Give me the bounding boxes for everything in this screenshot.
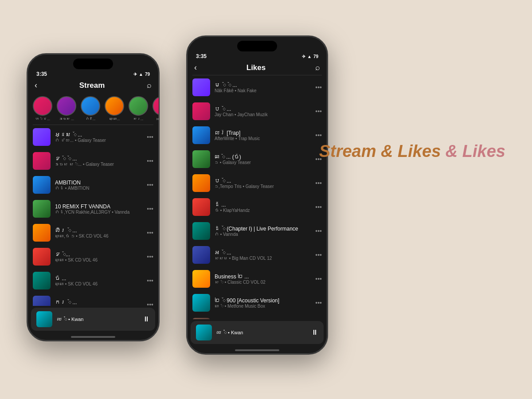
more-button[interactable]: ••• [147, 229, 153, 236]
song-info: ដំ ... ចំ • KlapYaHandz [215, 202, 311, 213]
song-item[interactable]: អ្នស ំ ... ពំ ជ័យ... • Galaxy Teaser ••• [27, 125, 159, 149]
song-thumbnail [192, 150, 210, 168]
home-indicator-left [71, 336, 115, 338]
likes-song-list: ម ំ ំ ... Nâk Fâkê • Nak Fake ••• ប ំ ..… [187, 75, 327, 319]
label-area: Stream & Likes & Likes [319, 142, 505, 161]
song-item[interactable]: ប ំ ... ១,Tempo Tris • Galaxy Teaser ••• [187, 171, 327, 195]
more-button[interactable]: ••• [315, 299, 322, 306]
pause-button[interactable]: ⏸ [143, 315, 150, 323]
more-button[interactable]: ••• [147, 301, 153, 306]
song-info: ចំ ... ណ្ណ • SK CD VOL 46 [55, 275, 142, 286]
song-thumbnail [192, 102, 210, 120]
song-item[interactable]: ណ ំ ... (ចំ) ១ • Galaxy Teaser ••• [187, 147, 327, 171]
song-title: ទ ំ ំ ... [55, 156, 142, 162]
more-button[interactable]: ••• [315, 108, 322, 115]
song-thumbnail [192, 246, 210, 264]
song-item[interactable]: Business ២ ... ស ំ • Classic CD VOL 02 •… [187, 267, 327, 291]
song-subtitle: ពំដំ,YCN Rakhie,ALL3RGY • Vannda [55, 210, 142, 215]
song-subtitle: ១ចេស ស ំ... • Galaxy Teaser [55, 162, 142, 167]
song-item[interactable]: 10 REMIX FT VANNDA ពំដំ,YCN Rakhie,ALL3R… [27, 197, 159, 221]
song-title: អ ំ ... [215, 250, 311, 256]
avatar-item[interactable]: ណ្ណ... [105, 96, 124, 121]
song-item[interactable]: ដ ំ (Chapter I) | Live Performance ពំ • … [187, 219, 327, 243]
more-button[interactable]: ••• [147, 205, 153, 212]
song-subtitle: ពំ ជ័យ... • Galaxy Teaser [55, 138, 142, 143]
song-info: ទ ំ... ណ្ណ • SK CD VOL 46 [55, 251, 142, 262]
song-subtitle: AfterWrite • Trap Music [215, 136, 311, 141]
song-item[interactable]: ... ... ••• [187, 315, 327, 319]
song-thumbnail [192, 294, 210, 312]
now-playing-bar-right[interactable]: ឈ ំ • Kwan ⏸ [191, 321, 324, 344]
song-item[interactable]: AMBITION ពំដំ • AMBITION ••• [27, 173, 159, 197]
song-info: ម ំ ំ ... Nâk Fâkê • Nak Fake [215, 82, 311, 93]
more-button[interactable]: ••• [147, 157, 153, 164]
avatar-label: ពំនិ... [86, 117, 96, 121]
more-button[interactable]: ••• [147, 253, 153, 260]
avatar-item[interactable]: ហ ំ ជ... [33, 96, 52, 121]
avatar-item[interactable]: ១ចេស ... [57, 96, 76, 121]
song-subtitle: ណ្ណ • SK CD VOL 46 [55, 282, 142, 286]
song-item[interactable]: ករ ំ ... ណ្ណ • SK CD VOL 46 ••• [27, 293, 159, 306]
song-item[interactable]: ប ំ ... Jay Chan • JayChan Muzik ••• [187, 99, 327, 123]
song-item[interactable]: ទ ំ ំ ... ១ចេស ស ំ... • Galaxy Teaser ••… [27, 149, 159, 173]
song-title: ២ ំ 900 [Acoustic Version] [215, 297, 311, 304]
song-thumbnail [33, 248, 51, 266]
song-title: ដ ំ (Chapter I) | Live Performance [215, 226, 311, 232]
song-title: អ្នស ំ ... [55, 132, 142, 138]
song-title: ករ ំ ... [55, 299, 142, 305]
song-info: AMBITION ពំដំ • AMBITION [55, 180, 142, 191]
song-item[interactable]: អ ំ ... សសម • Big Man CD VOL 12 ••• [187, 243, 327, 267]
song-item[interactable]: ទ ំ... ណ្ណ • SK CD VOL 46 ••• [27, 245, 159, 269]
now-playing-title: ឈ ំ • Kwan [216, 330, 307, 335]
now-playing-controls: ⏸ [311, 329, 318, 336]
more-button[interactable]: ••• [315, 84, 322, 91]
song-thumbnail [192, 270, 210, 288]
song-thumbnail [192, 198, 210, 216]
more-button[interactable]: ••• [147, 133, 153, 141]
phone-left: 3:35 ✈ ▲ 79 ‹ Stream ⌕ ហ ំ ជ... ១ចេស ... [27, 53, 160, 341]
airplane-icon: ✈ [302, 54, 305, 59]
stream-label: Stream & Likes [319, 142, 441, 160]
song-title: ប ំ ... [215, 106, 311, 112]
song-thumbnail [33, 152, 51, 170]
back-button-right[interactable]: ‹ [194, 63, 197, 72]
song-thumbnail [33, 128, 51, 146]
song-item[interactable]: ម ំ ំ ... Nâk Fâkê • Nak Fake ••• [187, 75, 327, 99]
battery-icon: 79 [313, 54, 318, 59]
song-item[interactable]: ដំ ... ចំ • KlapYaHandz ••• [187, 195, 327, 219]
song-title: 10 REMIX FT VANNDA [55, 203, 142, 210]
more-button[interactable]: ••• [315, 132, 322, 139]
more-button[interactable]: ••• [147, 181, 153, 188]
more-button[interactable]: ••• [315, 180, 322, 187]
search-button-right[interactable]: ⌕ [315, 63, 320, 72]
avatar-item[interactable]: Hea Le [153, 96, 159, 121]
avatar-item[interactable]: សរ... [129, 96, 148, 121]
more-button[interactable]: ••• [147, 277, 153, 284]
song-thumbnail [33, 272, 51, 289]
song-subtitle: ពំដំ • AMBITION [55, 186, 142, 191]
song-item[interactable]: ចំ ... ណ្ណ • SK CD VOL 46 ••• [27, 269, 159, 293]
song-thumbnail [192, 126, 210, 144]
time-right: 3:35 [196, 53, 207, 59]
nav-title-right: Likes [246, 63, 266, 72]
more-button[interactable]: ••• [315, 203, 322, 211]
home-indicator-right [235, 349, 279, 351]
song-item[interactable]: លីរ ំ ... ណ្ណ,ចំ ១ • SK CD VOL 46 ••• [27, 221, 159, 245]
song-info: ដ ំ (Chapter I) | Live Performance ពំ • … [215, 226, 311, 237]
avatar-item[interactable]: ពំនិ... [81, 96, 100, 121]
song-item[interactable]: ២ ំ 900 [Acoustic Version] ណ ំ • Metfone… [187, 291, 327, 315]
back-button-left[interactable]: ‹ [35, 81, 37, 90]
now-playing-bar-left[interactable]: ឈ ំ • Kwan ⏸ [31, 308, 155, 331]
avatars-row: ហ ំ ជ... ១ចេស ... ពំនិ... ណ្ណ... សរ... H… [27, 93, 159, 125]
song-subtitle: ពំ • Vannda [215, 232, 311, 237]
song-subtitle: ណ ំ • Metfone Music Box [215, 304, 311, 309]
search-button-left[interactable]: ⌕ [147, 81, 152, 90]
pause-button[interactable]: ⏸ [311, 329, 318, 336]
more-button[interactable]: ••• [315, 275, 322, 282]
more-button[interactable]: ••• [315, 227, 322, 235]
song-info: លរំ [Trap] AfterWrite • Trap Music [215, 130, 311, 141]
song-title: AMBITION [55, 180, 142, 186]
song-thumbnail [192, 222, 210, 240]
song-item[interactable]: លរំ [Trap] AfterWrite • Trap Music ••• [187, 123, 327, 147]
more-button[interactable]: ••• [315, 251, 322, 258]
